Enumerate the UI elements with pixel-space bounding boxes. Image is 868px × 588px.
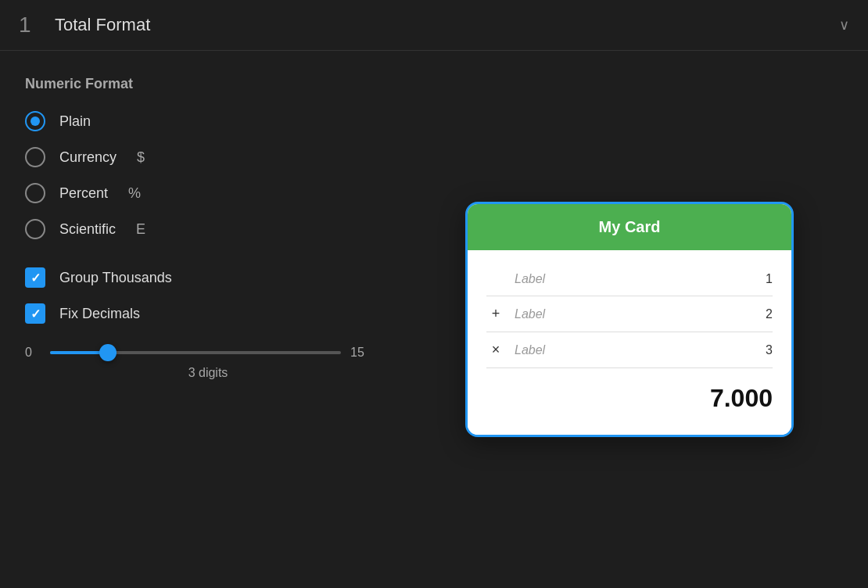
card-row-value-1: 1 <box>766 272 773 286</box>
radio-inner-plain <box>30 117 40 126</box>
radio-label-percent: Percent <box>59 185 108 202</box>
right-panel: My Card Label 1 + Label 2 × <box>391 51 868 588</box>
card-total-value: 7.000 <box>710 384 773 413</box>
slider-digits-label: 3 digits <box>25 366 366 380</box>
radio-label-currency: Currency <box>59 149 117 166</box>
radio-label-plain: Plain <box>59 113 91 130</box>
card-body: Label 1 + Label 2 × Label 3 7.000 <box>468 250 791 435</box>
checkmark-icon-fix-decimals: ✓ <box>30 307 41 321</box>
radio-label-scientific: Scientific <box>59 221 116 238</box>
header-row: 1 Total Format ∨ <box>0 0 868 51</box>
step-number: 1 <box>19 13 42 38</box>
card-row-3: × Label 3 <box>486 332 773 368</box>
card-header: My Card <box>468 204 791 250</box>
card-row-label-2: Label <box>515 307 756 321</box>
card-row-1: Label 1 <box>486 263 773 296</box>
radio-circle-currency <box>25 147 45 167</box>
slider-min-label: 0 <box>25 346 41 360</box>
checkbox-label-fix-decimals: Fix Decimals <box>59 306 140 322</box>
radio-symbol-percent: % <box>128 185 141 202</box>
radio-circle-scientific <box>25 219 45 239</box>
radio-item-scientific[interactable]: Scientific E <box>25 219 366 239</box>
card-row-2: + Label 2 <box>486 296 773 332</box>
numeric-format-radio-group: Plain Currency $ Percent % Scientific E <box>25 111 366 239</box>
left-panel: Numeric Format Plain Currency $ Percent <box>0 51 391 588</box>
card-row-value-2: 2 <box>766 307 773 321</box>
radio-symbol-currency: $ <box>137 149 145 166</box>
card-preview: My Card Label 1 + Label 2 × <box>465 202 794 437</box>
content-area: Numeric Format Plain Currency $ Percent <box>0 51 868 588</box>
card-row-label-1: Label <box>515 272 756 286</box>
checkbox-box-group-thousands: ✓ <box>25 267 45 288</box>
multiply-icon: × <box>486 342 505 358</box>
radio-symbol-scientific: E <box>136 221 145 238</box>
radio-item-plain[interactable]: Plain <box>25 111 366 131</box>
card-row-label-3: Label <box>515 343 756 357</box>
radio-item-percent[interactable]: Percent % <box>25 183 366 203</box>
slider-area: 0 15 3 digits <box>25 346 366 380</box>
radio-item-currency[interactable]: Currency $ <box>25 147 366 167</box>
slider-max-label: 15 <box>350 346 366 360</box>
header-title: Total Format <box>55 15 827 35</box>
checkbox-label-group-thousands: Group Thousands <box>59 270 172 286</box>
chevron-down-icon[interactable]: ∨ <box>839 16 849 34</box>
checkmark-icon-group-thousands: ✓ <box>30 271 41 285</box>
radio-circle-plain <box>25 111 45 131</box>
checkbox-box-fix-decimals: ✓ <box>25 303 45 324</box>
checkbox-item-fix-decimals[interactable]: ✓ Fix Decimals <box>25 303 366 324</box>
slider-track[interactable] <box>50 351 341 354</box>
checkbox-item-group-thousands[interactable]: ✓ Group Thousands <box>25 267 366 288</box>
slider-row: 0 15 <box>25 346 366 360</box>
section-title: Numeric Format <box>25 76 366 92</box>
slider-thumb[interactable] <box>99 344 117 361</box>
checkbox-group: ✓ Group Thousands ✓ Fix Decimals <box>25 267 366 324</box>
card-header-title: My Card <box>599 218 661 235</box>
radio-circle-percent <box>25 183 45 203</box>
plus-icon: + <box>486 306 505 322</box>
card-row-value-3: 3 <box>766 343 773 357</box>
card-total-row: 7.000 <box>486 368 773 416</box>
main-container: 1 Total Format ∨ Numeric Format Plain Cu… <box>0 0 868 588</box>
